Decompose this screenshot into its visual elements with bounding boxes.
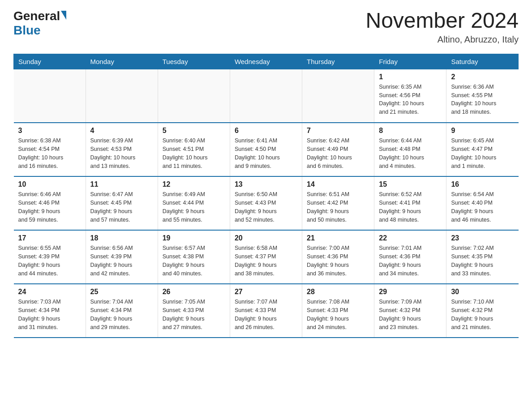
calendar-cell: 28Sunrise: 7:08 AM Sunset: 4:33 PM Dayli… [302,284,374,338]
day-info: Sunrise: 6:54 AM Sunset: 4:40 PM Dayligh… [451,190,514,224]
calendar-cell [230,69,302,123]
day-number: 27 [235,288,297,296]
calendar-week-row: 3Sunrise: 6:38 AM Sunset: 4:54 PM Daylig… [14,123,519,176]
calendar-day-header: Thursday [302,54,374,69]
calendar-cell: 5Sunrise: 6:40 AM Sunset: 4:51 PM Daylig… [158,123,230,176]
day-number: 12 [163,180,225,188]
calendar-cell: 9Sunrise: 6:45 AM Sunset: 4:47 PM Daylig… [446,123,519,176]
calendar-cell: 18Sunrise: 6:56 AM Sunset: 4:39 PM Dayli… [86,230,158,284]
calendar-day-header: Friday [374,54,446,69]
day-info: Sunrise: 7:03 AM Sunset: 4:34 PM Dayligh… [18,298,81,331]
calendar-cell: 23Sunrise: 7:02 AM Sunset: 4:35 PM Dayli… [446,230,519,284]
day-number: 4 [90,127,153,135]
calendar-week-row: 10Sunrise: 6:46 AM Sunset: 4:46 PM Dayli… [14,176,519,230]
calendar-cell: 14Sunrise: 6:51 AM Sunset: 4:42 PM Dayli… [302,176,374,230]
day-info: Sunrise: 6:39 AM Sunset: 4:53 PM Dayligh… [90,137,153,170]
day-info: Sunrise: 6:57 AM Sunset: 4:38 PM Dayligh… [163,244,225,278]
day-number: 24 [18,288,81,296]
day-number: 10 [18,180,81,188]
calendar-cell: 13Sunrise: 6:50 AM Sunset: 4:43 PM Dayli… [230,176,302,230]
day-number: 28 [307,288,369,296]
day-number: 3 [18,127,81,135]
calendar-table: SundayMondayTuesdayWednesdayThursdayFrid… [13,54,519,338]
day-info: Sunrise: 6:38 AM Sunset: 4:54 PM Dayligh… [18,137,81,170]
day-number: 23 [451,234,514,242]
day-number: 8 [379,127,442,135]
day-number: 6 [235,127,297,135]
day-info: Sunrise: 6:49 AM Sunset: 4:44 PM Dayligh… [163,190,225,224]
calendar-day-header: Saturday [446,54,519,69]
day-info: Sunrise: 6:40 AM Sunset: 4:51 PM Dayligh… [163,137,225,170]
day-info: Sunrise: 6:35 AM Sunset: 4:56 PM Dayligh… [379,83,442,116]
calendar-day-header: Sunday [14,54,86,69]
calendar-cell: 11Sunrise: 6:47 AM Sunset: 4:45 PM Dayli… [86,176,158,230]
day-info: Sunrise: 6:58 AM Sunset: 4:37 PM Dayligh… [235,244,297,278]
calendar-cell: 17Sunrise: 6:55 AM Sunset: 4:39 PM Dayli… [14,230,86,284]
day-number: 9 [451,127,514,135]
day-number: 26 [163,288,225,296]
calendar-week-row: 24Sunrise: 7:03 AM Sunset: 4:34 PM Dayli… [14,284,519,338]
calendar-cell: 29Sunrise: 7:09 AM Sunset: 4:32 PM Dayli… [374,284,446,338]
day-number: 11 [90,180,153,188]
calendar-cell: 1Sunrise: 6:35 AM Sunset: 4:56 PM Daylig… [374,69,446,123]
calendar-cell: 16Sunrise: 6:54 AM Sunset: 4:40 PM Dayli… [446,176,519,230]
day-info: Sunrise: 7:00 AM Sunset: 4:36 PM Dayligh… [307,244,369,278]
day-info: Sunrise: 6:47 AM Sunset: 4:45 PM Dayligh… [90,190,153,224]
calendar-cell: 6Sunrise: 6:41 AM Sunset: 4:50 PM Daylig… [230,123,302,176]
day-number: 17 [18,234,81,242]
day-info: Sunrise: 7:02 AM Sunset: 4:35 PM Dayligh… [451,244,514,278]
calendar-cell: 27Sunrise: 7:07 AM Sunset: 4:33 PM Dayli… [230,284,302,338]
day-number: 13 [235,180,297,188]
day-info: Sunrise: 7:08 AM Sunset: 4:33 PM Dayligh… [307,298,369,331]
day-number: 14 [307,180,369,188]
calendar-header-row: SundayMondayTuesdayWednesdayThursdayFrid… [14,54,519,69]
calendar-cell [86,69,158,123]
logo: General Blue [13,9,66,38]
day-info: Sunrise: 6:55 AM Sunset: 4:39 PM Dayligh… [18,244,81,278]
day-number: 29 [379,288,442,296]
calendar-cell: 26Sunrise: 7:05 AM Sunset: 4:33 PM Dayli… [158,284,230,338]
calendar-title: November 2024 [365,9,519,33]
day-number: 2 [451,73,514,81]
calendar-week-row: 17Sunrise: 6:55 AM Sunset: 4:39 PM Dayli… [14,230,519,284]
day-info: Sunrise: 7:09 AM Sunset: 4:32 PM Dayligh… [379,298,442,331]
calendar-cell [302,69,374,123]
day-info: Sunrise: 6:36 AM Sunset: 4:55 PM Dayligh… [451,83,514,116]
day-info: Sunrise: 6:42 AM Sunset: 4:49 PM Dayligh… [307,137,369,170]
calendar-cell: 12Sunrise: 6:49 AM Sunset: 4:44 PM Dayli… [158,176,230,230]
day-number: 22 [379,234,442,242]
day-number: 5 [163,127,225,135]
calendar-cell: 8Sunrise: 6:44 AM Sunset: 4:48 PM Daylig… [374,123,446,176]
calendar-cell: 10Sunrise: 6:46 AM Sunset: 4:46 PM Dayli… [14,176,86,230]
day-info: Sunrise: 7:07 AM Sunset: 4:33 PM Dayligh… [235,298,297,331]
calendar-day-header: Monday [86,54,158,69]
calendar-cell: 30Sunrise: 7:10 AM Sunset: 4:32 PM Dayli… [446,284,519,338]
calendar-cell [14,69,86,123]
calendar-day-header: Wednesday [230,54,302,69]
day-info: Sunrise: 6:41 AM Sunset: 4:50 PM Dayligh… [235,137,297,170]
day-info: Sunrise: 6:52 AM Sunset: 4:41 PM Dayligh… [379,190,442,224]
logo-triangle-icon [61,11,66,20]
day-info: Sunrise: 6:56 AM Sunset: 4:39 PM Dayligh… [90,244,153,278]
day-number: 21 [307,234,369,242]
calendar-cell: 7Sunrise: 6:42 AM Sunset: 4:49 PM Daylig… [302,123,374,176]
title-area: November 2024 Altino, Abruzzo, Italy [365,9,519,45]
day-info: Sunrise: 7:04 AM Sunset: 4:34 PM Dayligh… [90,298,153,331]
day-number: 18 [90,234,153,242]
calendar-cell [158,69,230,123]
day-info: Sunrise: 6:44 AM Sunset: 4:48 PM Dayligh… [379,137,442,170]
day-number: 25 [90,288,153,296]
calendar-week-row: 1Sunrise: 6:35 AM Sunset: 4:56 PM Daylig… [14,69,519,123]
calendar-location: Altino, Abruzzo, Italy [365,34,519,45]
day-info: Sunrise: 7:05 AM Sunset: 4:33 PM Dayligh… [163,298,225,331]
calendar-day-header: Tuesday [158,54,230,69]
calendar-cell: 25Sunrise: 7:04 AM Sunset: 4:34 PM Dayli… [86,284,158,338]
day-info: Sunrise: 6:50 AM Sunset: 4:43 PM Dayligh… [235,190,297,224]
calendar-cell: 2Sunrise: 6:36 AM Sunset: 4:55 PM Daylig… [446,69,519,123]
calendar-cell: 15Sunrise: 6:52 AM Sunset: 4:41 PM Dayli… [374,176,446,230]
day-info: Sunrise: 7:01 AM Sunset: 4:36 PM Dayligh… [379,244,442,278]
day-number: 1 [379,73,442,81]
day-info: Sunrise: 6:46 AM Sunset: 4:46 PM Dayligh… [18,190,81,224]
day-info: Sunrise: 6:51 AM Sunset: 4:42 PM Dayligh… [307,190,369,224]
day-number: 7 [307,127,369,135]
